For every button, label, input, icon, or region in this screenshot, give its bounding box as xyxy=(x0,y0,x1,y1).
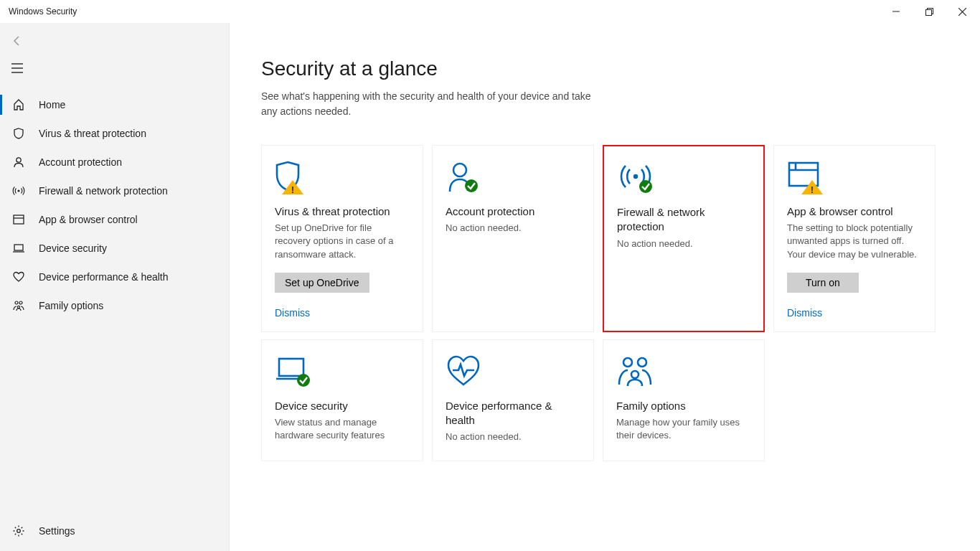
svg-point-22 xyxy=(633,174,638,179)
svg-point-32 xyxy=(623,358,632,367)
title-bar: Windows Security xyxy=(0,0,980,23)
card-title: Family options xyxy=(616,399,751,413)
family-icon xyxy=(11,299,26,312)
back-button[interactable] xyxy=(1,27,33,55)
browser-warning-icon: ! xyxy=(787,160,922,194)
card-desc: No action needed. xyxy=(446,222,580,235)
sidebar-item-firewall[interactable]: Firewall & network protection xyxy=(0,176,229,205)
antenna-check-icon xyxy=(617,161,750,195)
setup-onedrive-button[interactable]: Set up OneDrive xyxy=(275,273,369,293)
card-title: Virus & threat protection xyxy=(275,204,410,219)
browser-icon xyxy=(11,213,26,226)
sidebar-item-label: Device performance & health xyxy=(39,271,169,283)
sidebar: Home Virus & threat protection Account p… xyxy=(0,23,230,551)
heart-pulse-icon xyxy=(446,354,580,389)
sidebar-item-home[interactable]: Home xyxy=(0,90,229,119)
svg-rect-29 xyxy=(279,359,303,376)
turn-on-button[interactable]: Turn on xyxy=(787,273,859,293)
sidebar-item-label: Virus & threat protection xyxy=(39,128,146,139)
maximize-button[interactable] xyxy=(913,0,946,23)
svg-point-9 xyxy=(17,189,19,192)
card-desc: The setting to block potentially unwante… xyxy=(787,222,922,261)
svg-point-16 xyxy=(17,306,19,308)
person-icon xyxy=(11,156,26,169)
sidebar-item-account[interactable]: Account protection xyxy=(0,148,229,176)
svg-text:!: ! xyxy=(811,184,814,194)
card-app-browser[interactable]: ! App & browser control The setting to b… xyxy=(773,145,936,332)
card-desc: Manage how your family uses their device… xyxy=(616,416,751,442)
card-desc: No action needed. xyxy=(446,430,580,443)
card-title: Account protection xyxy=(446,204,580,219)
home-icon xyxy=(11,98,26,111)
sidebar-item-family[interactable]: Family options xyxy=(0,291,229,320)
sidebar-item-device-health[interactable]: Device performance & health xyxy=(0,263,229,291)
card-desc: Set up OneDrive for file recovery option… xyxy=(275,222,410,261)
card-title: Device performance & health xyxy=(446,399,580,428)
card-firewall-network[interactable]: Firewall & network protection No action … xyxy=(603,145,765,332)
card-device-health[interactable]: Device performance & health No action ne… xyxy=(432,339,594,461)
sidebar-item-settings[interactable]: Settings xyxy=(0,517,229,545)
page-subtitle: See what's happening with the security a… xyxy=(261,89,606,119)
card-device-security[interactable]: Device security View status and manage h… xyxy=(261,339,423,461)
card-family-options[interactable]: Family options Manage how your family us… xyxy=(603,339,765,461)
sidebar-item-label: Account protection xyxy=(39,156,122,168)
sidebar-item-label: Home xyxy=(39,99,65,110)
shield-warning-icon: ! xyxy=(275,160,410,194)
card-desc: No action needed. xyxy=(617,237,750,250)
close-button[interactable] xyxy=(946,0,979,23)
card-virus-threat[interactable]: ! Virus & threat protection Set up OneDr… xyxy=(261,145,423,332)
dismiss-link[interactable]: Dismiss xyxy=(787,307,822,319)
gear-icon xyxy=(11,524,26,537)
content-area: Security at a glance See what's happenin… xyxy=(230,23,980,551)
sidebar-item-label: Settings xyxy=(39,525,75,537)
svg-point-17 xyxy=(17,529,21,533)
card-account-protection[interactable]: Account protection No action needed. xyxy=(432,145,594,332)
svg-point-31 xyxy=(297,374,310,387)
minimize-button[interactable] xyxy=(880,0,913,23)
sidebar-item-label: Device security xyxy=(39,242,107,254)
sidebar-item-virus[interactable]: Virus & threat protection xyxy=(0,119,229,148)
page-title: Security at a glance xyxy=(261,57,948,80)
sidebar-item-label: App & browser control xyxy=(39,214,138,225)
sidebar-item-label: Firewall & network protection xyxy=(39,185,168,197)
card-title: Device security xyxy=(275,399,410,413)
svg-point-21 xyxy=(465,179,478,192)
svg-point-33 xyxy=(638,358,646,367)
shield-icon xyxy=(11,127,26,140)
svg-point-15 xyxy=(19,301,22,304)
window-title: Windows Security xyxy=(9,6,77,17)
svg-point-23 xyxy=(639,180,652,193)
svg-rect-10 xyxy=(14,215,24,224)
family-big-icon xyxy=(616,354,751,389)
svg-rect-12 xyxy=(14,245,23,250)
sidebar-item-app-browser[interactable]: App & browser control xyxy=(0,205,229,234)
dismiss-link[interactable]: Dismiss xyxy=(275,307,310,319)
svg-point-8 xyxy=(17,158,21,162)
sidebar-item-device-security[interactable]: Device security xyxy=(0,234,229,263)
svg-text:!: ! xyxy=(291,184,294,194)
person-check-icon xyxy=(446,160,580,194)
laptop-check-icon xyxy=(275,354,410,389)
card-title: App & browser control xyxy=(787,204,922,219)
laptop-icon xyxy=(11,242,26,255)
antenna-icon xyxy=(11,184,26,197)
svg-point-14 xyxy=(15,301,18,304)
card-title: Firewall & network protection xyxy=(617,205,750,235)
sidebar-item-label: Family options xyxy=(39,300,103,311)
svg-point-20 xyxy=(453,164,466,176)
svg-rect-2 xyxy=(925,9,931,15)
card-desc: View status and manage hardware security… xyxy=(275,416,410,442)
heart-icon xyxy=(11,270,26,283)
hamburger-menu-button[interactable] xyxy=(1,55,33,82)
svg-point-34 xyxy=(631,371,639,378)
